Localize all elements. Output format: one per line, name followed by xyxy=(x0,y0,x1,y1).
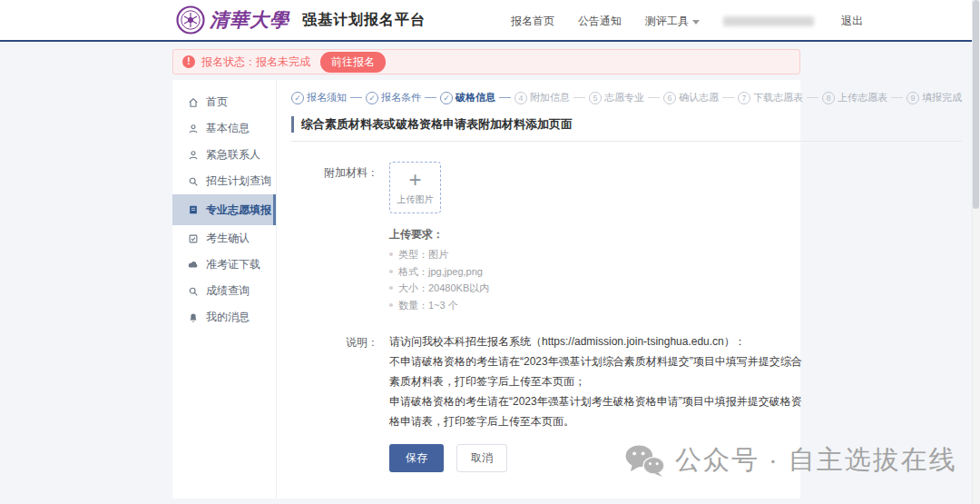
sidebar-item-home[interactable]: 首页 xyxy=(172,89,276,115)
bullet-dot-icon xyxy=(389,303,393,307)
step-download-form: 7 下载志愿表 xyxy=(738,91,803,104)
step-connector xyxy=(425,97,436,98)
sidebar-item-admission-plan-query[interactable]: 招生计划查询 xyxy=(172,168,276,194)
step-label: 填报完成 xyxy=(922,91,962,104)
step-label: 志愿专业 xyxy=(604,91,644,104)
step-exception-info: ✓ 破格信息 xyxy=(440,91,495,104)
step-label: 报名条件 xyxy=(381,91,421,104)
upload-image-label: 上传图片 xyxy=(397,193,434,206)
page-title: 综合素质材料表或破格资格申请表附加材料添加页面 xyxy=(291,116,962,133)
registration-status-bar: ! 报名状态：报名未完成 前往报名 xyxy=(172,49,800,74)
nav-item-evaluation-tools[interactable]: 测评工具 xyxy=(645,14,700,29)
requirement-item: 类型：图片 xyxy=(389,246,489,263)
step-connector xyxy=(573,97,585,98)
step-number: 7 xyxy=(738,92,750,104)
instruction-line: 请访问我校本科招生报名系统（https://admission.join-tsi… xyxy=(389,331,803,351)
step-label: 确认志愿 xyxy=(679,91,719,104)
step-connector xyxy=(648,97,660,98)
user-icon xyxy=(188,150,199,161)
sidebar-item-label: 我的消息 xyxy=(206,310,250,325)
bullet-dot-icon xyxy=(389,286,393,290)
check-icon: ✓ xyxy=(366,92,378,104)
instructions-label: 说明： xyxy=(291,331,378,431)
tsinghua-seal-icon xyxy=(176,5,205,35)
requirement-text: 格式：jpg,jpeg,png xyxy=(398,263,483,281)
cancel-button[interactable]: 取消 xyxy=(456,444,507,472)
step-connector xyxy=(891,97,903,98)
chevron-down-icon xyxy=(692,20,700,25)
step-confirm-preferences: 6 确认志愿 xyxy=(663,91,719,104)
go-register-button[interactable]: 前往报名 xyxy=(320,52,386,73)
step-complete: 9 填报完成 xyxy=(906,91,962,104)
upload-requirements-list: 类型：图片 格式：jpg,jpeg,png 大小：20480KB以内 数量：1~… xyxy=(389,246,489,313)
sidebar-item-label: 紧急联系人 xyxy=(206,147,260,163)
step-number: 4 xyxy=(514,92,527,104)
instructions-text: 请访问我校本科招生报名系统（https://admission.join-tsi… xyxy=(389,331,803,431)
sidebar-item-score-query[interactable]: 成绩查询 xyxy=(172,278,276,304)
requirement-text: 类型：图片 xyxy=(398,246,448,263)
sidebar-item-major-preference[interactable]: 专业志愿填报 xyxy=(172,194,276,225)
nav-item-announcements[interactable]: 公告通知 xyxy=(578,14,622,29)
step-registration-conditions: ✓ 报名条件 xyxy=(366,91,421,104)
logout-button[interactable]: 退出 xyxy=(841,14,863,29)
bullet-dot-icon xyxy=(389,270,393,273)
form-icon xyxy=(188,204,199,215)
save-button[interactable]: 保存 xyxy=(389,444,444,472)
sidebar-item-label: 准考证下载 xyxy=(206,257,260,272)
bell-icon xyxy=(188,312,199,323)
sidebar-item-label: 专业志愿填报 xyxy=(206,203,271,218)
stepper: ✓ 报名须知 ✓ 报名条件 ✓ 破格信息 4 附加信息 5 志愿专业 xyxy=(291,91,962,104)
step-label: 附加信息 xyxy=(530,91,570,104)
site-title: 强基计划报名平台 xyxy=(302,11,426,30)
requirement-text: 数量：1~3 个 xyxy=(398,297,458,314)
scrollbar[interactable] xyxy=(972,0,980,504)
main-panel: ✓ 报名须知 ✓ 报名条件 ✓ 破格信息 4 附加信息 5 志愿专业 xyxy=(277,80,975,499)
search-icon xyxy=(188,176,199,187)
step-connector xyxy=(807,97,818,98)
sidebar: 首页 基本信息 紧急联系人 招生计划查询 专业志愿填报 考生确认 准考证下载 xyxy=(172,80,277,499)
requirement-item: 数量：1~3 个 xyxy=(389,297,489,314)
info-icon: ! xyxy=(182,55,195,68)
sidebar-item-candidate-confirmation[interactable]: 考生确认 xyxy=(172,225,276,252)
university-wordmark: 清華大學 xyxy=(210,7,289,33)
search-icon xyxy=(188,286,199,297)
step-label: 上传志愿表 xyxy=(838,91,887,104)
step-registration-notice: ✓ 报名须知 xyxy=(291,91,347,104)
upload-image-button[interactable]: + 上传图片 xyxy=(389,162,441,213)
instructions-row: 说明： 请访问我校本科招生报名系统（https://admission.join… xyxy=(291,331,962,431)
step-upload-form: 8 上传志愿表 xyxy=(822,91,887,104)
step-connector xyxy=(722,97,734,98)
instruction-line: 不申请破格资格的考生请在“2023年强基计划综合素质材料提交”项目中填写并提交综… xyxy=(389,351,803,391)
step-additional-info: 4 附加信息 xyxy=(514,91,570,104)
sidebar-item-label: 招生计划查询 xyxy=(206,173,271,189)
content-card: 首页 基本信息 紧急联系人 招生计划查询 专业志愿填报 考生确认 准考证下载 xyxy=(172,80,800,499)
home-icon xyxy=(188,97,199,108)
page-title-wrap: 综合素质材料表或破格资格申请表附加材料添加页面 xyxy=(291,116,962,142)
sidebar-item-emergency-contact[interactable]: 紧急联系人 xyxy=(172,142,276,168)
check-icon: ✓ xyxy=(440,92,453,104)
sidebar-item-label: 首页 xyxy=(206,94,228,110)
upload-requirements-title: 上传要求： xyxy=(389,227,489,242)
wechat-icon xyxy=(624,443,666,478)
requirement-item: 格式：jpg,jpeg,png xyxy=(389,263,489,281)
step-number: 6 xyxy=(663,92,676,104)
nav-item-evaluation-tools-label: 测评工具 xyxy=(645,14,689,29)
sidebar-item-admission-ticket-download[interactable]: 准考证下载 xyxy=(172,252,276,278)
step-number: 8 xyxy=(822,92,835,104)
upload-row: 附加材料： + 上传图片 上传要求： 类型：图片 格式：jpg,jpeg,png… xyxy=(291,162,962,313)
sidebar-item-label: 基本信息 xyxy=(206,121,250,136)
user-info-redacted xyxy=(723,16,814,26)
sidebar-item-my-messages[interactable]: 我的消息 xyxy=(172,304,276,331)
upload-field-label: 附加材料： xyxy=(291,162,378,313)
step-label: 下载志愿表 xyxy=(753,91,803,104)
step-connector xyxy=(499,97,511,98)
step-connector xyxy=(350,97,362,98)
instruction-line: 申请破格资格的考生请在“2023年强基计划考生破格资格申请”项目中填报并提交破格… xyxy=(389,391,803,431)
sidebar-item-basic-info[interactable]: 基本信息 xyxy=(172,115,276,142)
nav-item-home[interactable]: 报名首页 xyxy=(511,14,554,29)
scrollbar-thumb[interactable] xyxy=(973,0,979,209)
bullet-dot-icon xyxy=(389,252,393,256)
requirement-text: 大小：20480KB以内 xyxy=(398,280,489,297)
sidebar-item-label: 考生确认 xyxy=(206,231,250,246)
top-nav: 报名首页 公告通知 测评工具 退出 xyxy=(511,0,863,42)
